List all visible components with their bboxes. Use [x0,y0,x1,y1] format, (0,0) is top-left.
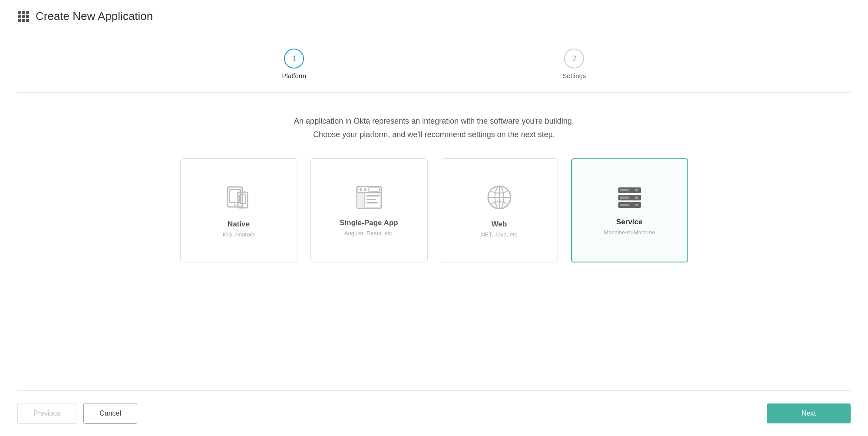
svg-point-11 [234,204,236,206]
spa-subtitle: Angular, React, etc. [344,230,393,236]
spa-title: Single-Page App [340,219,398,227]
svg-rect-3 [18,15,21,18]
svg-rect-7 [22,19,25,22]
description-line1: An application in Okta represents an int… [9,115,859,128]
footer: Previous Cancel Next [0,390,868,436]
stepper: 1 Platform 2 Settings [0,31,868,92]
description: An application in Okta represents an int… [0,93,868,158]
svg-rect-4 [22,15,25,18]
web-card[interactable]: Web .NET, Java, etc. [441,158,558,262]
spa-card[interactable]: Single-Page App Angular, React, etc. [310,158,428,262]
step-2-label: Settings [562,72,586,79]
svg-rect-10 [229,190,241,203]
svg-rect-33 [620,197,629,199]
description-line2: Choose your platform, and we'll recommen… [9,128,859,141]
svg-rect-34 [635,197,638,199]
web-subtitle: .NET, Java, etc. [479,231,519,238]
svg-rect-36 [620,204,629,206]
app-grid-icon [17,10,30,23]
svg-rect-23 [366,199,376,200]
cancel-button[interactable]: Cancel [83,403,137,424]
service-subtitle: Machine-to-Machine [604,229,655,236]
service-card[interactable]: Service Machine-to-Machine [571,158,688,262]
step-1-platform: 1 Platform [282,49,307,79]
stepper-inner: 1 Platform 2 Settings [282,49,586,79]
web-title: Web [492,220,507,229]
svg-rect-1 [22,11,25,14]
footer-buttons: Previous Cancel Next [0,391,868,436]
native-card[interactable]: Native iOS, Android [180,158,297,262]
web-icon [485,184,513,211]
svg-rect-5 [26,15,29,18]
native-icon [225,184,253,211]
svg-rect-31 [635,189,638,191]
svg-rect-30 [620,189,629,191]
svg-rect-0 [18,11,21,14]
step-2-settings: 2 Settings [562,49,586,79]
svg-point-18 [364,188,366,191]
svg-rect-6 [18,19,21,22]
svg-rect-37 [635,204,638,206]
svg-rect-24 [366,202,378,203]
native-subtitle: iOS, Android [223,231,254,238]
page-container: Create New Application 1 Platform 2 Sett… [0,0,868,436]
page-title: Create New Application [36,10,153,23]
step-2-circle: 2 [564,49,584,69]
step-1-label: Platform [282,72,307,79]
next-button[interactable]: Next [767,403,851,423]
spa-icon [355,185,383,210]
svg-rect-2 [26,11,29,14]
svg-rect-8 [26,19,29,22]
service-title: Service [616,218,643,226]
step-1-circle: 1 [284,49,304,69]
svg-rect-22 [366,195,380,197]
svg-point-14 [242,205,244,207]
step-connector [306,58,562,59]
svg-rect-19 [368,188,380,191]
native-title: Native [228,220,250,229]
platform-cards: Native iOS, Android [0,158,868,280]
service-icon [616,186,644,209]
svg-rect-20 [357,193,365,208]
previous-button[interactable]: Previous [17,403,76,424]
header: Create New Application [0,0,868,31]
svg-point-17 [360,188,362,191]
footer-left: Previous Cancel [17,403,137,424]
